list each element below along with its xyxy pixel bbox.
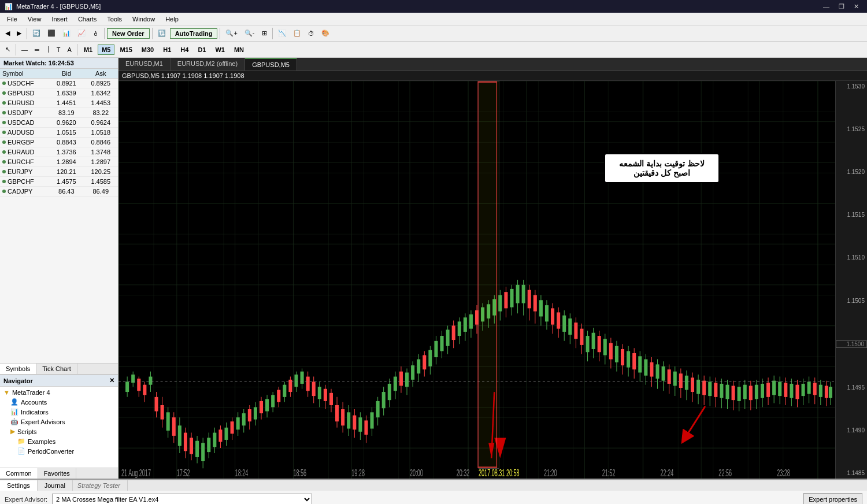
market-watch-row[interactable]: EURCHF 1.2894 1.2897: [0, 157, 118, 167]
svg-rect-94: [329, 393, 333, 405]
ea-select[interactable]: 2 MA Crosses Mega filter EA V1.ex4: [52, 494, 312, 504]
nav-scripts-label: Scripts: [17, 428, 37, 435]
forward-btn[interactable]: ▶: [14, 27, 24, 40]
nav-period-converter[interactable]: 📄 PeriodConverter: [1, 446, 117, 456]
menu-view[interactable]: View: [23, 14, 46, 24]
market-watch-row[interactable]: USDJPY 83.19 83.22: [0, 108, 118, 118]
expert-properties-btn[interactable]: Expert properties: [803, 493, 862, 504]
tab-settings[interactable]: Settings: [0, 480, 38, 491]
template-btn[interactable]: 📋: [290, 27, 304, 40]
menu-charts[interactable]: Charts: [73, 14, 101, 24]
market-watch-row[interactable]: EURGBP 0.8843 0.8846: [0, 138, 118, 147]
market-watch-row[interactable]: GBPCHF 1.4575 1.4585: [0, 177, 118, 187]
svg-rect-70: [260, 401, 263, 413]
mw-symbol: GBPUSD: [0, 88, 49, 98]
chart-tab-gbpusd-m5[interactable]: GBPUSD,M5: [245, 58, 297, 71]
svg-rect-255: [795, 385, 799, 399]
arrow-tool[interactable]: ↖: [2, 43, 13, 56]
indicator-btn[interactable]: 📉: [275, 27, 289, 40]
navigator-close-icon[interactable]: ✕: [109, 377, 114, 384]
svg-rect-100: [347, 412, 350, 428]
chart-tab-eurusd-m2[interactable]: EURUSD,M2 (offline): [171, 58, 245, 71]
svg-rect-140: [464, 317, 467, 332]
period-mn[interactable]: MN: [230, 45, 248, 55]
autotrading-button[interactable]: AutoTrading: [170, 28, 218, 39]
market-watch-row[interactable]: EURJPY 120.21 120.25: [0, 167, 118, 177]
market-watch-row[interactable]: AUDUSD 1.0515 1.0518: [0, 128, 118, 138]
minimize-btn[interactable]: —: [820, 2, 833, 11]
close-btn[interactable]: ✕: [850, 2, 862, 11]
svg-rect-177: [568, 318, 572, 335]
tab-common[interactable]: Common: [0, 468, 38, 479]
period-m30[interactable]: M30: [138, 45, 158, 55]
menu-file[interactable]: File: [2, 14, 22, 24]
period-m5[interactable]: M5: [98, 45, 114, 55]
svg-rect-243: [761, 384, 764, 398]
grid-btn[interactable]: ⊞: [259, 27, 270, 40]
menu-insert[interactable]: Insert: [47, 14, 72, 24]
svg-text:18:24: 18:24: [235, 468, 249, 479]
chart-tab-eurusd-m1[interactable]: EURUSD,M1: [118, 58, 171, 71]
period-sep-btn[interactable]: ⏱: [305, 27, 317, 40]
chart-main[interactable]: 21 Aug 2017 17:52 18:24 18:56 19:28 20:0…: [118, 81, 835, 479]
menu-tools[interactable]: Tools: [102, 14, 127, 24]
new-order-button[interactable]: New Order: [107, 28, 150, 39]
nav-indicators[interactable]: 📊 Indicators: [1, 407, 117, 417]
svg-rect-48: [195, 441, 199, 457]
status-dot: [2, 190, 6, 193]
hline-tool[interactable]: ═: [32, 43, 42, 56]
mw-symbol: GBPCHF: [0, 177, 49, 186]
menu-help[interactable]: Help: [161, 14, 183, 24]
zoom-out-btn[interactable]: 🔍-: [242, 27, 258, 40]
chart-bar-btn[interactable]: 📊: [60, 27, 73, 40]
candle-btn[interactable]: 🕯: [90, 27, 102, 40]
mw-ask: 1.4453: [84, 98, 118, 108]
nav-scripts[interactable]: ▶ Scripts: [1, 427, 117, 436]
period-h4[interactable]: H4: [176, 45, 192, 55]
market-watch-row[interactable]: CADJPY 86.43 86.49: [0, 187, 118, 197]
mw-ask: 83.22: [84, 108, 118, 117]
back-btn[interactable]: ◀: [2, 27, 13, 40]
period-d1[interactable]: D1: [194, 45, 210, 55]
line-chart-btn[interactable]: 📈: [75, 27, 88, 40]
market-watch-row[interactable]: EURAUD 1.3736 1.3748: [0, 147, 118, 157]
maximize-btn[interactable]: ❐: [835, 2, 848, 11]
period-w1[interactable]: W1: [211, 45, 229, 55]
svg-rect-138: [458, 321, 461, 336]
svg-rect-187: [598, 336, 601, 352]
refresh-btn[interactable]: 🔄: [29, 27, 43, 40]
chart-icon1[interactable]: 🔃: [155, 27, 169, 40]
svg-rect-239: [749, 386, 753, 400]
nav-accounts[interactable]: 👤 Accounts: [1, 397, 117, 407]
market-watch-row[interactable]: GBPUSD 1.6339 1.6342: [0, 88, 118, 98]
tab-favorites[interactable]: Favorites: [38, 468, 76, 479]
svg-rect-116: [394, 377, 397, 391]
stop-btn[interactable]: ⬛: [45, 27, 58, 40]
color-btn[interactable]: 🎨: [318, 27, 332, 40]
tab-tick-chart[interactable]: Tick Chart: [36, 364, 77, 374]
nav-metatrader4[interactable]: ▼ MetaTrader 4: [1, 388, 117, 397]
market-watch-row[interactable]: USDCHF 0.8921 0.8925: [0, 79, 118, 88]
main-area: Market Watch: 16:24:53 Symbol Bid Ask US…: [0, 58, 867, 479]
zoom-in-btn[interactable]: 🔍+: [223, 27, 240, 40]
vline-tool[interactable]: ⏐: [43, 43, 53, 56]
svg-rect-110: [376, 401, 380, 417]
market-watch-row[interactable]: EURUSD 1.4451 1.4453: [0, 98, 118, 108]
market-watch-row[interactable]: USDCAD 0.9620 0.9624: [0, 118, 118, 128]
label-tool[interactable]: A: [65, 43, 75, 56]
nav-expert-advisors[interactable]: 🤖 Expert Advisors: [1, 417, 117, 427]
period-h1[interactable]: H1: [159, 45, 175, 55]
period-m15[interactable]: M15: [116, 45, 136, 55]
svg-rect-134: [446, 329, 450, 346]
market-watch-table: Symbol Bid Ask USDCHF 0.8921 0.8925 GBPU…: [0, 69, 118, 363]
svg-rect-195: [621, 349, 624, 365]
mw-bid: 1.0515: [49, 128, 83, 137]
period-m1[interactable]: M1: [80, 45, 97, 55]
tab-journal[interactable]: Journal: [38, 480, 73, 491]
menu-window[interactable]: Window: [128, 14, 160, 24]
nav-examples[interactable]: 📁 Examples: [1, 436, 117, 446]
svg-rect-189: [603, 339, 607, 355]
line-tool[interactable]: —: [18, 43, 31, 56]
text-tool[interactable]: T: [54, 43, 64, 56]
tab-symbols[interactable]: Symbols: [0, 364, 36, 374]
